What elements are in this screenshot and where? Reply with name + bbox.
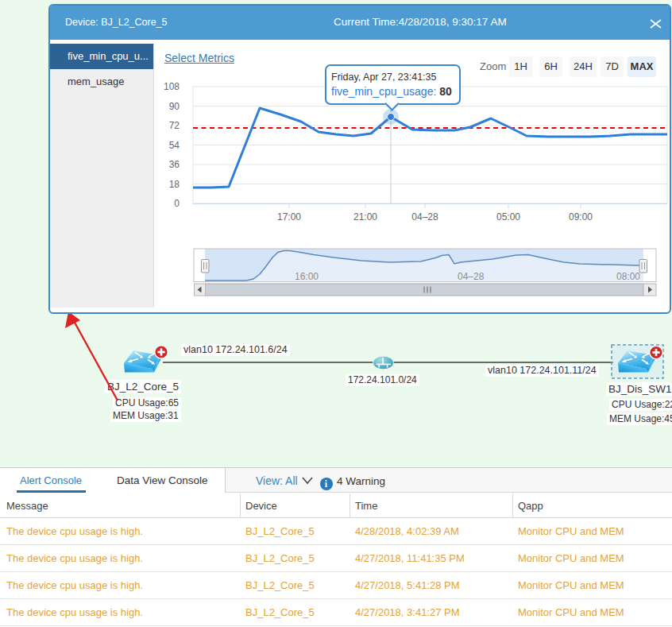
svg-text:16:00: 16:00 (295, 271, 319, 282)
svg-text:04–28: 04–28 (411, 211, 438, 223)
svg-text:108: 108 (164, 81, 180, 92)
svg-text:0: 0 (174, 198, 180, 209)
svg-text:54: 54 (169, 140, 180, 151)
svg-text:04–28: 04–28 (458, 271, 485, 282)
svg-text:05:00: 05:00 (496, 211, 520, 223)
svg-text:90: 90 (169, 101, 180, 112)
svg-text:18: 18 (169, 179, 180, 190)
svg-text:17:00: 17:00 (277, 211, 301, 223)
svg-text:08:00: 08:00 (616, 271, 640, 282)
svg-text:72: 72 (169, 120, 180, 131)
svg-text:09:00: 09:00 (569, 211, 593, 223)
svg-text:21:00: 21:00 (353, 211, 377, 223)
svg-text:36: 36 (169, 159, 180, 170)
